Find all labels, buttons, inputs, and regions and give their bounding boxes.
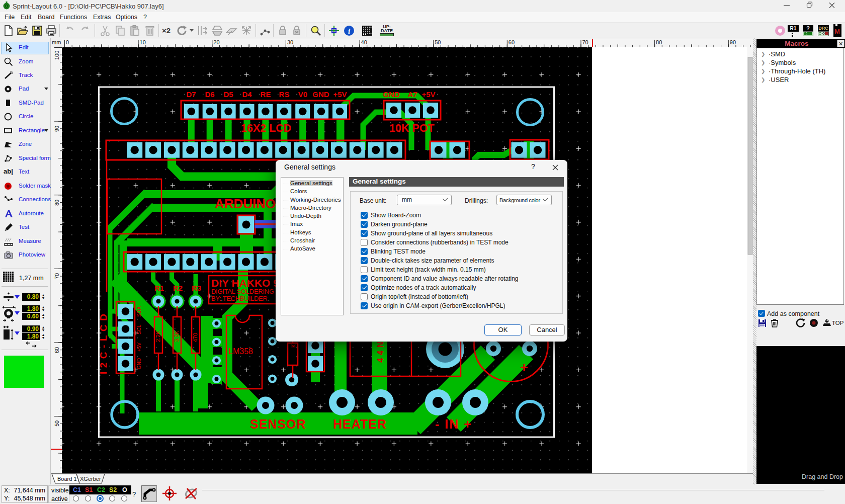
svg-text:+5V: +5V: [421, 90, 435, 99]
svg-text:D5: D5: [223, 90, 233, 99]
svg-text:470: 470: [192, 333, 198, 342]
svg-text:+: +: [520, 360, 528, 375]
svg-text:- IN +: - IN +: [435, 417, 472, 431]
svg-text:SENSOR: SENSOR: [250, 417, 306, 431]
svg-text:70: 70: [582, 39, 588, 45]
svg-text:V0: V0: [298, 90, 307, 99]
svg-text:+5V: +5V: [136, 343, 142, 352]
svg-text:10: 10: [140, 39, 146, 45]
svg-text:100: 100: [54, 51, 60, 60]
svg-text:50: 50: [54, 421, 60, 427]
svg-text:+5V: +5V: [333, 90, 347, 99]
svg-text:RS: RS: [279, 90, 290, 99]
svg-text:20: 20: [213, 39, 219, 45]
svg-text:XGerber: XGerber: [80, 476, 101, 482]
svg-text:RE: RE: [261, 90, 271, 99]
svg-text:BY: TECHBUILDER: BY: TECHBUILDER: [211, 295, 268, 302]
svg-text:16X2 LCD: 16X2 LCD: [241, 122, 291, 134]
svg-text:A7: A7: [407, 90, 417, 99]
svg-text:K: K: [291, 344, 296, 348]
svg-text:Board 1: Board 1: [57, 476, 77, 482]
svg-text:GND: GND: [312, 90, 329, 99]
svg-text:D4: D4: [242, 90, 252, 99]
svg-text:GND: GND: [136, 358, 142, 369]
svg-text:60: 60: [54, 347, 60, 353]
svg-text:50: 50: [435, 39, 441, 45]
svg-text:DIGITAL SOLDERING: DIGITAL SOLDERING: [211, 288, 274, 295]
svg-text:R3: R3: [192, 284, 201, 292]
svg-text:GND: GND: [383, 90, 400, 99]
svg-text:90: 90: [54, 126, 60, 132]
svg-text:40: 40: [361, 39, 367, 45]
svg-text:R2: R2: [173, 284, 183, 292]
svg-text:DIY HAKKO 9: DIY HAKKO 9: [211, 277, 279, 289]
svg-text:SDA: SDA: [136, 306, 142, 317]
svg-text:80: 80: [656, 39, 662, 45]
svg-text:44N: 44N: [376, 342, 385, 363]
svg-text:70: 70: [54, 273, 60, 279]
svg-text:90: 90: [730, 39, 736, 45]
svg-text:SCL: SCL: [136, 324, 142, 334]
svg-text:D7: D7: [186, 90, 196, 99]
svg-text:HEATER: HEATER: [333, 417, 387, 431]
svg-text:ARDUINO: ARDUINO: [215, 196, 276, 211]
svg-text:60: 60: [509, 39, 515, 45]
svg-text:30: 30: [287, 39, 293, 45]
svg-text:10K POT: 10K POT: [389, 122, 435, 134]
svg-text:2.2K: 2.2K: [155, 330, 161, 342]
svg-text:80: 80: [54, 200, 60, 206]
svg-text:D6: D6: [205, 90, 214, 99]
svg-text:0: 0: [66, 39, 69, 45]
svg-text:LM358: LM358: [228, 347, 253, 356]
svg-text:3.3K: 3.3K: [174, 330, 180, 342]
svg-text:R1: R1: [154, 284, 164, 292]
